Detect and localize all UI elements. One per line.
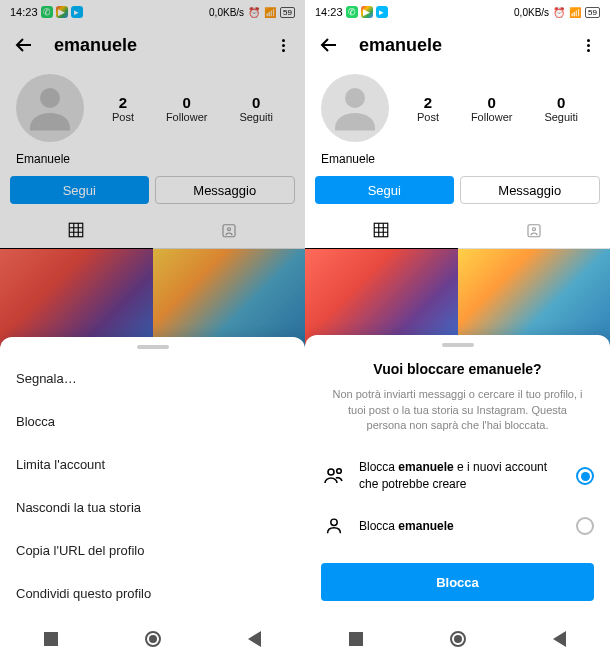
android-nav [0, 615, 305, 663]
svg-point-3 [227, 228, 230, 231]
back-icon[interactable] [12, 33, 36, 57]
svg-rect-5 [375, 223, 389, 237]
follow-button[interactable]: Segui [315, 176, 454, 204]
alarm-icon: ⏰ [248, 7, 260, 18]
stat-followers[interactable]: 0 Follower [471, 94, 513, 123]
whatsapp-icon: ✆ [346, 6, 358, 18]
nav-back-icon[interactable] [553, 631, 566, 647]
post-grid [305, 249, 610, 349]
follow-button[interactable]: Segui [10, 176, 149, 204]
wifi-icon: 📶 [264, 7, 276, 18]
google-icon: ▶ [361, 6, 373, 18]
battery-icon: 59 [585, 7, 600, 18]
svg-point-4 [345, 88, 365, 108]
wifi-icon: 📶 [569, 7, 581, 18]
profile-header: emanuele [305, 24, 610, 66]
app-icon: ▸ [71, 6, 83, 18]
message-button[interactable]: Messaggio [460, 176, 601, 204]
stat-posts[interactable]: 2 Post [112, 94, 134, 123]
status-time: 14:23 [10, 6, 38, 18]
radio-unchecked[interactable] [576, 517, 594, 535]
more-icon[interactable] [578, 39, 598, 52]
status-speed: 0,0KB/s [514, 7, 549, 18]
block-option-label: Blocca emanuele e i nuovi account che po… [359, 459, 564, 493]
svg-rect-1 [70, 223, 84, 237]
grid-icon [372, 221, 390, 239]
grid-icon [67, 221, 85, 239]
status-speed: 0,0KB/s [209, 7, 244, 18]
post-thumb[interactable] [0, 249, 153, 349]
tagged-icon [220, 221, 238, 239]
menu-copy-url[interactable]: Copia l'URL del profilo [0, 529, 305, 572]
block-option-label: Blocca emanuele [359, 518, 564, 535]
nav-recent-icon[interactable] [349, 632, 363, 646]
block-sheet: Vuoi bloccare emanuele? Non potrà inviar… [305, 335, 610, 615]
header-username: emanuele [359, 35, 578, 56]
display-name: Emanuele [305, 148, 610, 176]
svg-point-0 [40, 88, 60, 108]
post-thumb[interactable] [305, 249, 458, 349]
nav-back-icon[interactable] [248, 631, 261, 647]
block-description: Non potrà inviarti messaggi o cercare il… [305, 387, 610, 449]
stat-following[interactable]: 0 Seguiti [544, 94, 578, 123]
screen-menu: 14:23 ✆ ▶ ▸ 0,0KB/s ⏰ 📶 59 emanuele [0, 0, 305, 663]
post-grid [0, 249, 305, 349]
profile-header: emanuele [0, 24, 305, 66]
message-button[interactable]: Messaggio [155, 176, 296, 204]
status-bar: 14:23 ✆ ▶ ▸ 0,0KB/s ⏰ 📶 59 [305, 0, 610, 24]
app-icon: ▸ [376, 6, 388, 18]
nav-recent-icon[interactable] [44, 632, 58, 646]
more-icon[interactable] [273, 39, 293, 52]
alarm-icon: ⏰ [553, 7, 565, 18]
svg-point-10 [331, 519, 337, 525]
stat-posts[interactable]: 2 Post [417, 94, 439, 123]
radio-checked[interactable] [576, 467, 594, 485]
android-nav [305, 615, 610, 663]
google-icon: ▶ [56, 6, 68, 18]
avatar[interactable] [321, 74, 389, 142]
post-thumb[interactable] [458, 249, 611, 349]
whatsapp-icon: ✆ [41, 6, 53, 18]
tab-tagged[interactable] [458, 212, 611, 248]
status-time: 14:23 [315, 6, 343, 18]
person-icon [321, 513, 347, 539]
nav-home-icon[interactable] [450, 631, 466, 647]
nav-home-icon[interactable] [145, 631, 161, 647]
screen-block-dialog: 14:23 ✆ ▶ ▸ 0,0KB/s ⏰ 📶 59 emanuele [305, 0, 610, 663]
tab-tagged[interactable] [153, 212, 306, 248]
menu-hide-story[interactable]: Nascondi la tua storia [0, 486, 305, 529]
header-username: emanuele [54, 35, 273, 56]
people-icon [321, 463, 347, 489]
block-title: Vuoi bloccare emanuele? [305, 355, 610, 387]
sheet-handle[interactable] [137, 345, 169, 349]
block-confirm-button[interactable]: Blocca [321, 563, 594, 601]
svg-point-7 [532, 228, 535, 231]
battery-icon: 59 [280, 7, 295, 18]
block-option-single[interactable]: Blocca emanuele [305, 503, 610, 549]
tab-grid[interactable] [0, 212, 153, 248]
tab-grid[interactable] [305, 212, 458, 248]
menu-block[interactable]: Blocca [0, 400, 305, 443]
avatar[interactable] [16, 74, 84, 142]
svg-point-9 [337, 469, 342, 474]
stat-followers[interactable]: 0 Follower [166, 94, 208, 123]
status-bar: 14:23 ✆ ▶ ▸ 0,0KB/s ⏰ 📶 59 [0, 0, 305, 24]
post-thumb[interactable] [153, 249, 306, 349]
sheet-handle[interactable] [442, 343, 474, 347]
menu-share[interactable]: Condividi questo profilo [0, 572, 305, 615]
stat-following[interactable]: 0 Seguiti [239, 94, 273, 123]
tagged-icon [525, 221, 543, 239]
menu-report[interactable]: Segnala… [0, 357, 305, 400]
menu-restrict[interactable]: Limita l'account [0, 443, 305, 486]
options-sheet: Segnala… Blocca Limita l'account Nascond… [0, 337, 305, 615]
block-option-all-accounts[interactable]: Blocca emanuele e i nuovi account che po… [305, 449, 610, 503]
display-name: Emanuele [0, 148, 305, 176]
svg-point-8 [328, 469, 334, 475]
back-icon[interactable] [317, 33, 341, 57]
